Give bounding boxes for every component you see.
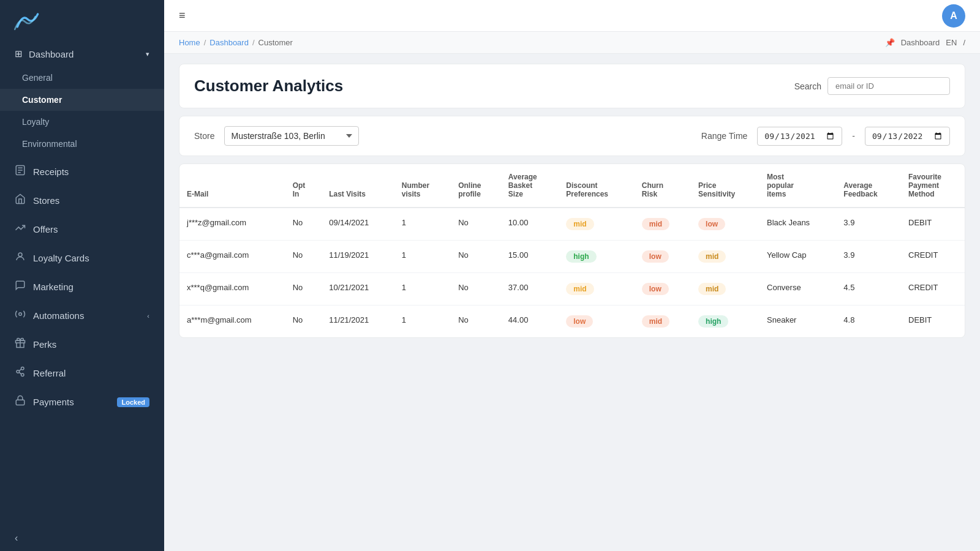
collapse-icon: ‹	[15, 533, 18, 544]
search-input[interactable]	[827, 77, 950, 95]
sidebar-stores-label: Stores	[33, 195, 59, 206]
sidebar: ⊞ Dashboard ▾ General Customer Loyalty E…	[0, 0, 164, 551]
breadcrumb-sep-2: /	[252, 38, 255, 47]
offers-icon	[15, 222, 26, 236]
table-row[interactable]: c***a@gmail.comNo11/19/20211No15.00highl…	[179, 241, 965, 273]
cell-online-profile: No	[451, 273, 501, 305]
cell-fav-payment: DEBIT	[901, 305, 965, 338]
cell-number-visits: 1	[394, 241, 451, 273]
breadcrumb-current: Customer	[258, 38, 293, 47]
sidebar-item-payments[interactable]: Payments Locked	[0, 388, 164, 416]
col-discount-pref: DiscountPreferences	[559, 164, 634, 208]
sidebar-item-stores[interactable]: Stores	[0, 186, 164, 215]
sidebar-collapse-button[interactable]: ‹	[0, 525, 164, 551]
sidebar-marketing-label: Marketing	[33, 282, 74, 292]
sidebar-group-dashboard[interactable]: ⊞ Dashboard ▾	[0, 41, 164, 67]
dashboard-icon: ⊞	[15, 48, 23, 59]
col-email: E-Mail	[179, 164, 285, 208]
cell-discount-pref: mid	[559, 273, 634, 305]
date-from-input[interactable]	[757, 127, 842, 146]
table-row[interactable]: a***m@gmail.comNo11/21/20211No44.00lowmi…	[179, 305, 965, 338]
automations-chevron-icon: ‹	[147, 312, 149, 320]
breadcrumb-home[interactable]: Home	[179, 38, 200, 47]
cell-last-visits: 09/14/2021	[322, 208, 394, 241]
sidebar-offers-label: Offers	[33, 224, 58, 234]
date-to-input[interactable]	[865, 127, 950, 146]
svg-point-5	[19, 313, 22, 316]
cell-number-visits: 1	[394, 208, 451, 241]
cell-avg-feedback: 4.8	[836, 305, 901, 338]
sidebar-item-offers[interactable]: Offers	[0, 215, 164, 244]
badge-mid-orange: mid	[566, 218, 594, 230]
cell-churn-risk: mid	[635, 305, 691, 338]
page-content: Home / Dashboard / Customer 📌 Dashboard …	[164, 32, 980, 551]
sidebar-loyalty-cards-label: Loyalty Cards	[33, 253, 89, 263]
cell-avg-basket: 10.00	[501, 208, 559, 241]
store-select[interactable]: Musterstraße 103, Berlin	[224, 126, 359, 146]
sidebar-payments-label: Payments	[33, 397, 74, 407]
cell-popular-items: Converse	[760, 273, 836, 305]
cell-price-sensitivity: high	[691, 305, 760, 338]
badge-mid-salmon: mid	[642, 218, 669, 230]
cell-popular-items: Sneaker	[760, 305, 836, 338]
breadcrumb-sep-1: /	[204, 38, 206, 47]
breadcrumb-dashboard[interactable]: Dashboard	[209, 38, 249, 47]
cell-last-visits: 11/21/2021	[322, 305, 394, 338]
col-opt-in: OptIn	[285, 164, 322, 208]
breadcrumb-lang: EN	[946, 38, 957, 47]
cell-last-visits: 11/19/2021	[322, 241, 394, 273]
page-title: Customer Analytics	[194, 77, 343, 96]
store-label: Store	[194, 131, 214, 141]
customer-table: E-Mail OptIn Last Visits Numbervisits On…	[179, 164, 965, 337]
table-header-row: E-Mail OptIn Last Visits Numbervisits On…	[179, 164, 965, 208]
referral-icon	[15, 366, 26, 380]
cell-discount-pref: low	[559, 305, 634, 338]
perks-icon	[15, 337, 26, 351]
sidebar-item-environmental[interactable]: Environmental	[0, 133, 164, 155]
hamburger-menu-button[interactable]: ≡	[179, 9, 186, 22]
sidebar-automations-label: Automations	[33, 310, 84, 321]
badge-mid-orange: mid	[566, 283, 594, 295]
cell-opt-in: No	[285, 208, 322, 241]
col-last-visits: Last Visits	[322, 164, 394, 208]
cell-opt-in: No	[285, 273, 322, 305]
sidebar-item-loyalty-cards[interactable]: Loyalty Cards	[0, 244, 164, 272]
date-separator: -	[852, 131, 855, 141]
col-online-profile: Onlineprofile	[451, 164, 501, 208]
sidebar-receipts-label: Receipts	[33, 167, 69, 177]
sidebar-item-receipts[interactable]: Receipts	[0, 157, 164, 186]
sidebar-item-customer[interactable]: Customer	[0, 89, 164, 111]
cell-fav-payment: DEBIT	[901, 208, 965, 241]
cell-price-sensitivity: mid	[691, 273, 760, 305]
sidebar-dashboard-group: ⊞ Dashboard ▾ General Customer Loyalty E…	[0, 39, 164, 157]
table-row[interactable]: j***z@gmail.comNo09/14/20211No10.00midmi…	[179, 208, 965, 241]
col-fav-payment: FavouritePaymentMethod	[901, 164, 965, 208]
sidebar-item-referral[interactable]: Referral	[0, 359, 164, 388]
cell-churn-risk: low	[635, 241, 691, 273]
svg-point-8	[21, 367, 24, 370]
svg-rect-13	[16, 400, 24, 405]
svg-line-12	[19, 372, 21, 374]
cell-avg-basket: 44.00	[501, 305, 559, 338]
breadcrumb-pin-label: Dashboard	[901, 38, 940, 47]
sidebar-item-automations[interactable]: Automations ‹	[0, 301, 164, 330]
cell-avg-basket: 15.00	[501, 241, 559, 273]
header-card: Customer Analytics Search	[179, 64, 965, 108]
cell-avg-feedback: 3.9	[836, 208, 901, 241]
sidebar-item-loyalty[interactable]: Loyalty	[0, 111, 164, 133]
sidebar-perks-label: Perks	[33, 339, 56, 350]
sidebar-item-general[interactable]: General	[0, 67, 164, 89]
main-content: ≡ A Home / Dashboard / Customer 📌 Dashbo…	[164, 0, 980, 551]
table-row[interactable]: x***q@gmail.comNo10/21/20211No37.00midlo…	[179, 273, 965, 305]
cell-online-profile: No	[451, 208, 501, 241]
user-avatar[interactable]: A	[942, 4, 965, 28]
sidebar-item-marketing[interactable]: Marketing	[0, 272, 164, 301]
svg-line-11	[19, 369, 21, 371]
cell-opt-in: No	[285, 305, 322, 338]
cell-churn-risk: low	[635, 273, 691, 305]
cell-popular-items: Yellow Cap	[760, 241, 836, 273]
cell-last-visits: 10/21/2021	[322, 273, 394, 305]
breadcrumb-lang-sep: /	[963, 38, 965, 47]
sidebar-item-perks[interactable]: Perks	[0, 330, 164, 359]
stores-icon	[15, 193, 26, 208]
